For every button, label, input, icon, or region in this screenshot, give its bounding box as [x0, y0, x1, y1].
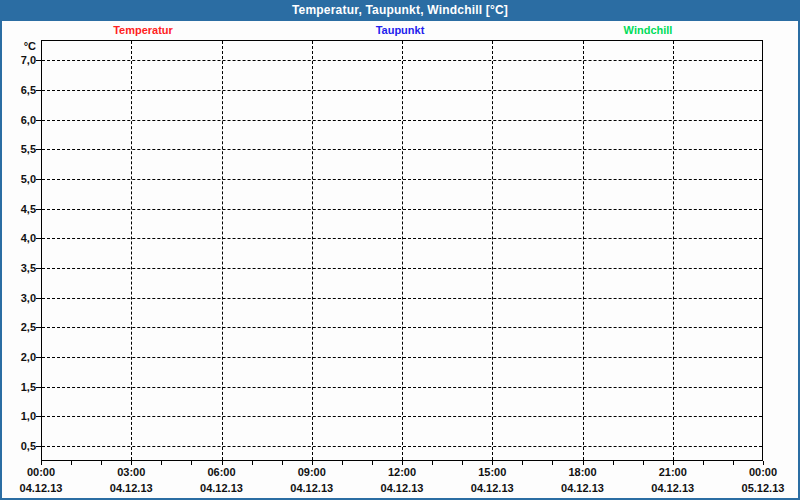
x-axis-tick	[252, 461, 253, 465]
x-axis-date-label: 04.12.13	[551, 482, 615, 494]
x-axis-time-label: 15:00	[460, 466, 524, 478]
x-axis-tick	[462, 461, 463, 465]
legend-item-taupunkt: Taupunkt	[376, 24, 425, 36]
x-axis-date-label: 04.12.13	[9, 482, 73, 494]
y-axis-tick-label: 2,5	[2, 321, 36, 333]
x-axis-tick	[583, 461, 584, 465]
x-axis-tick	[71, 461, 72, 465]
x-axis-tick	[191, 461, 192, 465]
y-axis-tick-label: 6,5	[2, 84, 36, 96]
y-axis-tick	[36, 298, 41, 299]
x-axis-tick	[131, 461, 132, 465]
y-axis-unit-label: °C	[2, 40, 36, 52]
y-axis-tick	[36, 179, 41, 180]
x-axis-time-label: 12:00	[370, 466, 434, 478]
x-grid-line	[312, 41, 313, 460]
y-axis-tick-label: 1,5	[2, 381, 36, 393]
y-axis-tick	[36, 90, 41, 91]
x-axis-date-label: 04.12.13	[99, 482, 163, 494]
legend-item-windchill: Windchill	[624, 24, 673, 36]
x-axis-time-label: 06:00	[190, 466, 254, 478]
y-axis-tick-label: 4,5	[2, 203, 36, 215]
x-axis-tick	[432, 461, 433, 465]
chart-legend: TemperaturTaupunktWindchill	[2, 24, 798, 38]
x-axis-tick	[161, 461, 162, 465]
x-axis-date-label: 04.12.13	[190, 482, 254, 494]
x-axis-tick	[342, 461, 343, 465]
x-grid-line	[673, 41, 674, 460]
y-axis-tick-label: 6,0	[2, 114, 36, 126]
legend-item-temperatur: Temperatur	[113, 24, 173, 36]
x-axis-time-label: 00:00	[731, 466, 795, 478]
plot-area	[41, 40, 763, 461]
x-axis-time-label: 21:00	[641, 466, 705, 478]
y-axis-tick	[36, 238, 41, 239]
y-axis-tick-label: 0,5	[2, 440, 36, 452]
x-axis-time-label: 03:00	[99, 466, 163, 478]
x-axis-tick	[763, 461, 764, 465]
y-axis-tick-label: 3,5	[2, 262, 36, 274]
y-axis-tick-label: 2,0	[2, 351, 36, 363]
x-axis-tick	[372, 461, 373, 465]
y-axis-tick	[36, 416, 41, 417]
chart-window: Temperatur, Taupunkt, Windchill [°C] Tem…	[0, 0, 800, 500]
y-axis-tick	[36, 60, 41, 61]
y-axis-tick-label: 5,0	[2, 173, 36, 185]
x-axis-tick	[402, 461, 403, 465]
x-axis-tick	[41, 461, 42, 465]
x-grid-line	[402, 41, 403, 460]
y-axis-tick-label: 7,0	[2, 54, 36, 66]
x-axis-tick	[673, 461, 674, 465]
x-grid-line	[492, 41, 493, 460]
x-axis-tick	[643, 461, 644, 465]
x-axis-tick	[613, 461, 614, 465]
y-axis-tick-label: 1,0	[2, 410, 36, 422]
y-axis-tick	[36, 120, 41, 121]
x-axis-date-label: 04.12.13	[370, 482, 434, 494]
x-axis-tick	[312, 461, 313, 465]
x-axis-tick	[522, 461, 523, 465]
chart-title: Temperatur, Taupunkt, Windchill [°C]	[292, 3, 508, 17]
y-axis-tick-label: 5,5	[2, 143, 36, 155]
chart-title-bar: Temperatur, Taupunkt, Windchill [°C]	[0, 0, 800, 21]
x-axis-tick	[222, 461, 223, 465]
x-axis-date-label: 04.12.13	[460, 482, 524, 494]
x-axis-tick	[101, 461, 102, 465]
x-axis-tick	[552, 461, 553, 465]
y-axis-tick	[36, 209, 41, 210]
y-axis-tick	[36, 149, 41, 150]
x-grid-line	[222, 41, 223, 460]
x-axis-tick	[492, 461, 493, 465]
y-axis-tick	[36, 327, 41, 328]
y-axis-tick	[36, 357, 41, 358]
y-axis-tick	[36, 446, 41, 447]
x-axis-tick	[282, 461, 283, 465]
x-grid-line	[583, 41, 584, 460]
x-axis-tick	[703, 461, 704, 465]
x-axis-date-label: 04.12.13	[280, 482, 344, 494]
x-axis-time-label: 18:00	[551, 466, 615, 478]
x-axis-date-label: 05.12.13	[731, 482, 795, 494]
x-axis-time-label: 09:00	[280, 466, 344, 478]
y-axis-tick	[36, 268, 41, 269]
y-axis-tick	[36, 387, 41, 388]
x-axis-time-label: 00:00	[9, 466, 73, 478]
x-axis-date-label: 04.12.13	[641, 482, 705, 494]
x-grid-line	[131, 41, 132, 460]
y-axis-tick-label: 4,0	[2, 232, 36, 244]
x-axis-tick	[733, 461, 734, 465]
y-axis-tick-label: 3,0	[2, 292, 36, 304]
